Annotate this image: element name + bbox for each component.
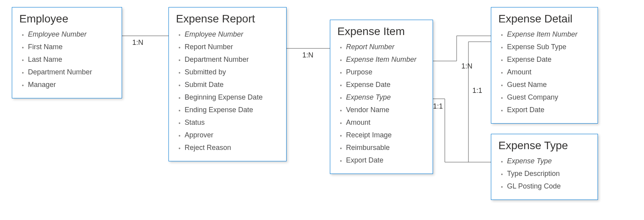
entity-fields: Employee Number First Name Last Name Dep… — [19, 28, 115, 91]
entity-expense-item: Expense Item Report Number Expense Item … — [330, 20, 433, 174]
rel-label-detail-to-type: 1:1 — [472, 87, 482, 95]
field: Status — [185, 116, 279, 129]
field: Expense Date — [507, 53, 590, 66]
entity-expense-report: Expense Report Employee Number Report Nu… — [168, 7, 287, 161]
field: Expense Item Number — [507, 28, 590, 41]
field: Reject Reason — [185, 141, 279, 154]
field: Last Name — [28, 53, 115, 66]
field: Approver — [185, 129, 279, 141]
field: Expense Type — [507, 155, 590, 167]
field: Reimbursable — [346, 141, 426, 154]
field: Type Description — [507, 167, 590, 180]
field: Report Number — [346, 41, 426, 53]
field: Purpose — [346, 66, 426, 78]
entity-employee: Employee Employee Number First Name Last… — [12, 7, 122, 98]
field: Amount — [507, 66, 590, 78]
field: Amount — [346, 116, 426, 129]
field: Report Number — [185, 41, 279, 53]
field: Vendor Name — [346, 104, 426, 116]
entity-title: Expense Item — [337, 25, 426, 38]
entity-fields: Expense Item Number Expense Sub Type Exp… — [498, 28, 590, 116]
field: Expense Item Number — [346, 53, 426, 66]
field: First Name — [28, 41, 115, 53]
rel-label-employee-to-report: 1:N — [132, 39, 143, 47]
field: Submit Date — [185, 78, 279, 91]
entity-fields: Employee Number Report Number Department… — [176, 28, 279, 154]
entity-title: Expense Report — [176, 12, 279, 26]
field: Guest Company — [507, 91, 590, 104]
rel-label-report-to-item: 1:N — [302, 51, 313, 59]
field: Employee Number — [28, 28, 115, 41]
field: Expense Date — [346, 78, 426, 91]
field: Expense Sub Type — [507, 41, 590, 53]
entity-expense-type: Expense Type Expense Type Type Descripti… — [491, 134, 598, 200]
entity-fields: Expense Type Type Description GL Posting… — [498, 155, 590, 192]
field: Department Number — [28, 66, 115, 78]
field: Guest Name — [507, 78, 590, 91]
field: Employee Number — [185, 28, 279, 41]
entity-expense-detail: Expense Detail Expense Item Number Expen… — [491, 7, 598, 124]
entity-title: Employee — [19, 12, 115, 26]
field: Ending Expense Date — [185, 104, 279, 116]
rel-label-item-to-detail: 1:N — [461, 62, 472, 70]
field: Beginning Expense Date — [185, 91, 279, 104]
er-diagram-canvas: 1:N 1:N 1:N 1:1 1:1 Employee Employee Nu… — [0, 0, 644, 220]
field: Receipt Image — [346, 129, 426, 141]
field: GL Posting Code — [507, 180, 590, 192]
field: Export Date — [346, 154, 426, 166]
field: Department Number — [185, 53, 279, 66]
entity-fields: Report Number Expense Item Number Purpos… — [337, 41, 426, 166]
field: Submitted by — [185, 66, 279, 78]
field: Expense Type — [346, 91, 426, 104]
field: Manager — [28, 78, 115, 91]
rel-label-item-to-type: 1:1 — [433, 102, 443, 111]
entity-title: Expense Type — [498, 139, 590, 152]
field: Export Date — [507, 104, 590, 116]
entity-title: Expense Detail — [498, 12, 590, 26]
